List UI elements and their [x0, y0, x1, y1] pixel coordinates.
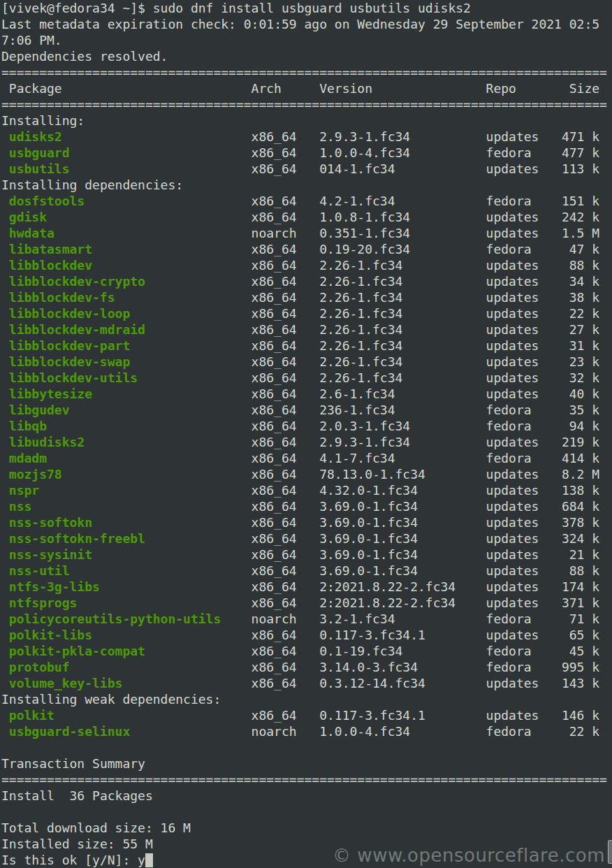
total-download-size-line: Total download size: 16 M: [1, 820, 612, 836]
package-row: polkit-pkla-compatx86_640.1-19.fc34fedor…: [1, 643, 612, 659]
package-row: libblockdev-swapx86_642.26-1.fc34updates…: [1, 354, 612, 370]
package-row: usbguardx86_641.0.0-4.fc34fedora477 k: [1, 145, 612, 161]
terminal-screen[interactable]: [vivek@fedora34 ~]$ sudo dnf install usb…: [0, 0, 612, 868]
package-size: 8.2 M: [1, 466, 599, 482]
package-size: 378 k: [1, 514, 599, 530]
shell-prompt-line: [vivek@fedora34 ~]$ sudo dnf install usb…: [1, 0, 612, 16]
package-size: 138 k: [1, 482, 599, 498]
package-size: 23 k: [1, 354, 599, 370]
section-label: Installing:: [1, 113, 612, 129]
package-size: 31 k: [1, 338, 599, 354]
section-label: Installing weak dependencies:: [1, 691, 612, 707]
watermark-edge-block: [608, 840, 612, 864]
package-row: libblockdev-cryptox86_642.26-1.fc34updat…: [1, 273, 612, 289]
blank-line: [1, 739, 612, 755]
typed-answer: y: [138, 853, 145, 867]
package-table: Installing:udisks2x86_642.9.3-1.fc34upda…: [1, 113, 612, 739]
package-row: policycoreutils-python-utilsnoarch3.2-1.…: [1, 611, 612, 627]
package-size: 65 k: [1, 627, 599, 643]
package-size: 113 k: [1, 161, 599, 177]
package-size: 88 k: [1, 563, 599, 579]
install-count-line: Install 36 Packages: [1, 788, 612, 804]
package-size: 32 k: [1, 370, 599, 386]
package-row: libblockdev-partx86_642.26-1.fc34updates…: [1, 338, 612, 354]
table-header-row: Package Arch Version Repo Size: [1, 80, 612, 96]
package-row: nssx86_643.69.0-1.fc34updates684 k: [1, 498, 612, 514]
dependencies-resolved-line: Dependencies resolved.: [1, 48, 612, 64]
package-row: nss-utilx86_643.69.0-1.fc34updates88 k: [1, 563, 612, 579]
package-size: 71 k: [1, 611, 599, 627]
section-label: Installing dependencies:: [1, 177, 612, 193]
package-row: libatasmartx86_640.19-20.fc34fedora47 k: [1, 241, 612, 257]
package-row: polkitx86_640.117-3.fc34.1updates146 k: [1, 707, 612, 723]
package-row: nsprx86_644.32.0-1.fc34updates138 k: [1, 482, 612, 498]
package-size: 143 k: [1, 675, 599, 691]
package-row: dosfstoolsx86_644.2-1.fc34fedora151 k: [1, 193, 612, 209]
separator-line: ========================================…: [1, 64, 612, 80]
package-size: 219 k: [1, 434, 599, 450]
package-size: 45 k: [1, 643, 599, 659]
separator-line: ========================================…: [1, 96, 612, 113]
package-size: 995 k: [1, 659, 599, 675]
package-row: libblockdev-loopx86_642.26-1.fc34updates…: [1, 305, 612, 321]
package-row: nss-softokn-freeblx86_643.69.0-1.fc34upd…: [1, 530, 612, 547]
package-row: ntfs-3g-libsx86_642:2021.8.22-2.fc34upda…: [1, 579, 612, 595]
watermark: © www.opensourceflare.com: [333, 845, 605, 866]
package-size: 27 k: [1, 321, 599, 338]
package-size: 151 k: [1, 193, 599, 209]
package-size: 38 k: [1, 289, 599, 305]
package-size: 94 k: [1, 418, 599, 434]
transaction-summary-title: Transaction Summary: [1, 755, 612, 772]
package-row: ntfsprogsx86_642:2021.8.22-2.fc34updates…: [1, 595, 612, 611]
package-row: volume_key-libsx86_640.3.12-14.fc34updat…: [1, 675, 612, 691]
column-header-size: Size: [1, 80, 599, 96]
package-row: libblockdev-fsx86_642.26-1.fc34updates38…: [1, 289, 612, 305]
package-row: protobufx86_643.14.0-3.fc34fedora995 k: [1, 659, 612, 675]
package-size: 414 k: [1, 450, 599, 466]
package-size: 471 k: [1, 129, 599, 145]
package-size: 88 k: [1, 257, 599, 273]
package-row: mozjs78x86_6478.13.0-1.fc34updates8.2 M: [1, 466, 612, 482]
package-row: libqbx86_642.0.3-1.fc34fedora94 k: [1, 418, 612, 434]
package-row: libudisks2x86_642.9.3-1.fc34updates219 k: [1, 434, 612, 450]
package-row: usbguard-selinuxnoarch1.0.0-4.fc34fedora…: [1, 723, 612, 739]
package-row: libblockdev-mdraidx86_642.26-1.fc34updat…: [1, 321, 612, 338]
package-size: 324 k: [1, 530, 599, 547]
package-row: udisks2x86_642.9.3-1.fc34updates471 k: [1, 129, 612, 145]
package-size: 22 k: [1, 305, 599, 321]
package-size: 477 k: [1, 145, 599, 161]
package-row: nss-sysinitx86_643.69.0-1.fc34updates21 …: [1, 547, 612, 563]
package-size: 684 k: [1, 498, 599, 514]
package-row: libblockdev-utilsx86_642.26-1.fc34update…: [1, 370, 612, 386]
package-row: nss-softoknx86_643.69.0-1.fc34updates378…: [1, 514, 612, 530]
package-size: 34 k: [1, 273, 599, 289]
metadata-expiration-line-wrap: 7:06 PM.: [1, 32, 612, 48]
terminal-cursor: [145, 853, 153, 867]
package-size: 242 k: [1, 209, 599, 225]
package-size: 1.5 M: [1, 225, 599, 241]
package-row: libblockdevx86_642.26-1.fc34updates88 k: [1, 257, 612, 273]
package-row: gdiskx86_641.0.8-1.fc34updates242 k: [1, 209, 612, 225]
package-size: 35 k: [1, 402, 599, 418]
package-size: 40 k: [1, 386, 599, 402]
package-row: libbytesizex86_642.6-1.fc34updates40 k: [1, 386, 612, 402]
package-size: 47 k: [1, 241, 599, 257]
package-size: 146 k: [1, 707, 599, 723]
package-row: libgudevx86_64236-1.fc34fedora35 k: [1, 402, 612, 418]
package-row: usbutilsx86_64014-1.fc34updates113 k: [1, 161, 612, 177]
package-size: 21 k: [1, 547, 599, 563]
package-size: 22 k: [1, 723, 599, 739]
package-row: hwdatanoarch0.351-1.fc34updates1.5 M: [1, 225, 612, 241]
package-size: 371 k: [1, 595, 599, 611]
package-size: 174 k: [1, 579, 599, 595]
separator-line: ========================================…: [1, 772, 612, 788]
package-row: polkit-libsx86_640.117-3.fc34.1updates65…: [1, 627, 612, 643]
metadata-expiration-line: Last metadata expiration check: 0:01:59 …: [1, 16, 612, 32]
confirm-prompt-text: Is this ok [y/N]:: [1, 853, 138, 867]
blank-line: [1, 804, 612, 820]
package-row: mdadmx86_644.1-7.fc34fedora414 k: [1, 450, 612, 466]
